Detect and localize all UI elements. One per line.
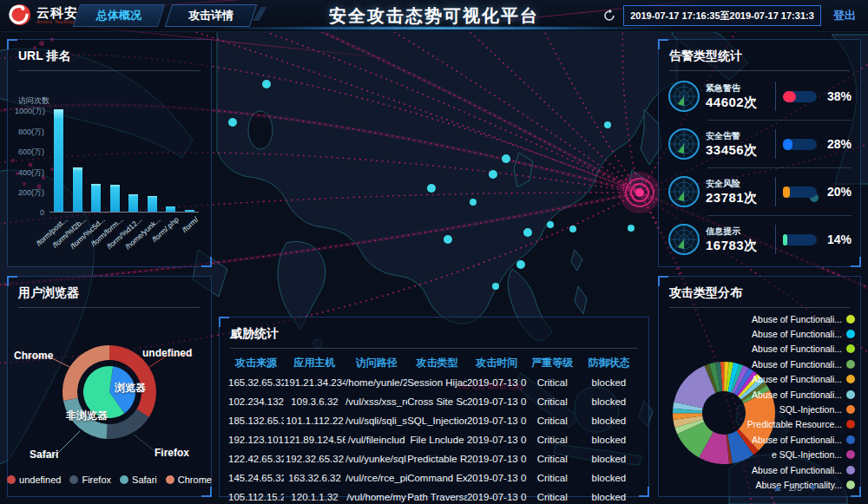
legend-dot: [846, 450, 855, 459]
attack-legend-item[interactable]: Abuse of Functionali...: [725, 372, 855, 387]
legend-label: Abuse of Functionali...: [752, 389, 842, 400]
legend-label: SQL-Injection...: [779, 404, 842, 415]
column-header: 访问路径: [345, 356, 407, 370]
column-header: 攻击来源: [228, 356, 284, 370]
legend-label: Abuse of Functionali...: [752, 374, 842, 384]
table-row[interactable]: 105.112.15.2120.1.1.32/vul/home/myPath T…: [228, 488, 640, 504]
threat-stats-panel: 威胁统计 攻击来源应用主机访问路径攻击类型攻击时间严重等级防御状态165.32.…: [219, 317, 649, 497]
browser-legend-item[interactable]: Chrome: [166, 475, 212, 485]
table-row[interactable]: 122.42.65.32192.32.65.32/vul/yunke/sql.P…: [228, 449, 640, 468]
bar: [91, 184, 101, 212]
alert-progress-track: [783, 187, 817, 198]
inner-label-non-browser: 非浏览器: [66, 409, 108, 423]
bar-slot: /form/.php: [163, 109, 179, 212]
table-cell: 105.112.15.2: [228, 492, 284, 502]
page-up-icon[interactable]: ▲: [773, 481, 783, 494]
table-cell: 101.1.112.22: [284, 416, 345, 426]
alert-label: 紧急警告: [706, 82, 768, 95]
table-cell: Critical: [527, 473, 578, 483]
legend-dot: [846, 481, 855, 489]
alert-text: 安全风险23781次: [706, 178, 768, 206]
callout-undefined: undefined: [142, 347, 192, 359]
table-cell: 102.234.132.2: [228, 396, 284, 407]
alert-row: 安全风险23781次20%: [667, 168, 852, 215]
attack-legend-item[interactable]: Abuse of Functionali...: [725, 387, 855, 402]
alert-types-title: 告警类型统计: [669, 40, 850, 71]
url-ranking-title: URL 排名: [18, 40, 201, 71]
alert-progress-fill: [783, 139, 792, 150]
table-row[interactable]: 192.123.101.32121.89.124.56/vul/fileincl…: [228, 430, 640, 449]
top-header: 云科安信 Antiro Technology 总体概况 攻击详情 安全攻击态势可…: [0, 0, 868, 32]
radar-icon: [667, 80, 700, 113]
alert-row: 信息提示16783次14%: [667, 216, 852, 263]
browser-panel-title: 用户浏览器: [18, 277, 201, 308]
table-row[interactable]: 145.24.65.32163.32.6.32/vul/rce/rce_piCo…: [228, 468, 640, 488]
threat-table: 攻击来源应用主机访问路径攻击类型攻击时间严重等级防御状态165.32.65.32…: [228, 352, 640, 504]
table-cell: /vul/fileinclud: [345, 435, 407, 445]
table-cell: /vul/home/my: [345, 492, 407, 502]
table-cell: /vul/sqli/sqli_st: [345, 416, 407, 426]
y-axis-tick: 1000(万): [15, 106, 44, 117]
page-down-icon[interactable]: ▼: [808, 481, 819, 494]
table-cell: blocked: [578, 454, 640, 464]
table-cell: 192.32.65.32: [284, 454, 345, 464]
table-cell: Cross Site Scri: [407, 396, 467, 407]
table-cell: Session Hijack: [407, 377, 467, 388]
alert-progress-fill: [783, 234, 787, 245]
table-row[interactable]: 185.132.65.32101.1.112.22/vul/sqli/sqli_…: [228, 411, 640, 430]
table-cell: blocked: [578, 416, 640, 426]
bar: [128, 194, 138, 212]
attack-legend-item[interactable]: Abuse of Functionali...: [725, 432, 855, 447]
legend-dot: [846, 330, 855, 338]
attack-legend-item[interactable]: Predictable Resource...: [725, 417, 855, 432]
logout-button[interactable]: 登出: [828, 7, 861, 24]
bar-slot: /form/post...: [51, 109, 67, 212]
legend-dot: [846, 390, 855, 399]
table-cell: 2019-07-13 01:: [467, 416, 527, 426]
attack-legend-item[interactable]: SQL-Injection...: [725, 402, 855, 416]
radar-icon: [667, 223, 700, 256]
table-cell: Critical: [527, 416, 578, 426]
browser-legend-item[interactable]: Safari: [120, 475, 157, 485]
table-cell: /vul/yunke/sql.: [345, 454, 407, 464]
alert-text: 信息提示16783次: [706, 226, 768, 254]
table-cell: 2019-07-13 01:: [467, 435, 527, 445]
attack-legend-item[interactable]: Abuse of Functionali...: [725, 462, 855, 477]
inner-label-browser: 浏览器: [115, 381, 146, 396]
column-header: 严重等级: [527, 356, 578, 370]
table-cell: 109.3.6.32: [284, 396, 345, 407]
datetime-range-input[interactable]: [623, 5, 821, 26]
attack-legend-item[interactable]: Abuse of Functionali...: [725, 357, 855, 371]
table-header-row: 攻击来源应用主机访问路径攻击类型攻击时间严重等级防御状态: [228, 352, 640, 373]
browser-legend-item[interactable]: undefined: [7, 475, 61, 485]
table-cell: blocked: [578, 435, 640, 445]
alert-count: 33456次: [706, 142, 768, 159]
browser-panel: 用户浏览器 Chrome undefined Firefox Safari 浏览…: [7, 276, 212, 497]
table-cell: 191.21.34.234: [284, 377, 345, 388]
refresh-icon[interactable]: [602, 9, 616, 23]
column-header: 攻击类型: [407, 356, 467, 370]
browser-legend-item[interactable]: Firefox: [69, 475, 111, 485]
attack-legend-item[interactable]: Abuse of Functionali...: [725, 326, 855, 341]
legend-dot: [846, 466, 855, 475]
alert-percent: 28%: [817, 137, 852, 151]
table-row[interactable]: 165.32.65.32191.21.34.234/home/yunle/2Se…: [228, 373, 640, 392]
legend-dot: [846, 344, 855, 353]
legend-label: undefined: [19, 475, 61, 485]
legend-dot: [846, 360, 855, 369]
table-cell: 122.42.65.32: [228, 454, 284, 464]
table-cell: Command Exe: [407, 473, 467, 483]
legend-dot: [69, 475, 78, 484]
browser-donut-chart: Chrome undefined Firefox Safari 浏览器 非浏览器: [14, 310, 205, 471]
column-header: 应用主机: [284, 356, 345, 370]
attack-legend-item[interactable]: e SQL-Injection...: [725, 448, 855, 462]
table-row[interactable]: 102.234.132.2109.3.6.32/vul/xss/xss_reCr…: [228, 392, 640, 411]
legend-label: Safari: [132, 475, 157, 485]
attack-legend-item[interactable]: Abuse of Functionali...: [725, 342, 855, 357]
attack-legend-item[interactable]: Abuse of Functionali...: [725, 311, 855, 326]
alert-count: 23781次: [706, 190, 768, 206]
y-axis-tick: 800(万): [15, 127, 44, 138]
legend-label: Abuse of Functionali...: [752, 435, 842, 445]
bar-slot: /form/: [181, 109, 197, 212]
threat-stats-title: 威胁统计: [230, 317, 638, 349]
